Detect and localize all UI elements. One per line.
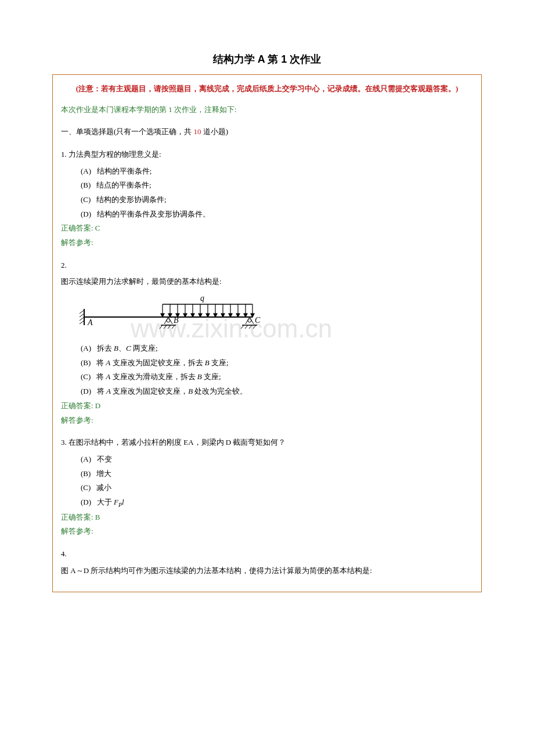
q2-diagram: www.zixin.com.cn q: [67, 294, 473, 337]
section-post: 道小题): [201, 127, 229, 136]
q2a-mid: 、: [118, 344, 126, 352]
math-formula: FPl: [114, 498, 124, 506]
svg-line-39: [168, 325, 171, 329]
q2c-mid: 支座改为滑动支座，拆去: [110, 372, 197, 381]
svg-line-38: [164, 325, 167, 329]
q2-num: 2.: [61, 258, 473, 273]
q1-option-c: (C) 结构的变形协调条件;: [61, 193, 473, 207]
q1-num: 1.: [61, 150, 67, 159]
q2-option-d: (D) 将 A 支座改为固定铰支座，B 处改为完全铰。: [61, 384, 473, 399]
load-label-q: q: [200, 294, 204, 303]
q3d-pre: (D) 大于: [81, 498, 114, 506]
q2c-post: 支座;: [202, 372, 221, 381]
section-heading: 一、单项选择题(只有一个选项正确，共 10 道小题): [61, 125, 473, 139]
spacer: [61, 427, 473, 435]
q1-text: 力法典型方程的物理意义是:: [68, 150, 161, 159]
page: 结构力学 A 第 1 次作业 (注意：若有主观题目，请按照题目，离线完成，完成后…: [0, 0, 534, 627]
question-count: 10: [194, 127, 201, 136]
support-label-c: C: [255, 316, 261, 325]
svg-line-47: [249, 325, 252, 329]
q3-answer: 正确答案: B: [61, 510, 473, 525]
q1-option-a: (A) 结构的平衡条件;: [61, 164, 473, 179]
q3-reference: 解答参考:: [61, 524, 473, 539]
math-l: l: [122, 498, 124, 506]
svg-line-40: [172, 325, 175, 329]
q1-option-d: (D) 结构的平衡条件及变形协调条件。: [61, 207, 473, 222]
svg-line-43: [250, 317, 254, 324]
q2d-mid: 支座改为固定铰支座，: [111, 387, 188, 395]
svg-line-46: [245, 325, 248, 329]
q2c-pre: (C) 将: [81, 372, 106, 381]
svg-line-32: [80, 321, 84, 324]
q3-option-c: (C) 减小: [61, 481, 473, 495]
q2-option-c: (C) 将 A 支座改为滑动支座，拆去 B 支座;: [61, 370, 473, 384]
q2d-post: 处改为完全铰。: [193, 387, 247, 395]
support-label-a: A: [87, 318, 93, 327]
svg-line-42: [246, 317, 250, 324]
q3-option-d: (D) 大于 FPl: [61, 495, 473, 510]
q2b-b: B: [205, 358, 210, 367]
q2b-mid: 支座改为固定铰支座，拆去: [110, 358, 205, 367]
notice-text: (注意：若有主观题目，请按照题目，离线完成，完成后纸质上交学习中心，记录成绩。在…: [61, 83, 473, 95]
q2b-post: 支座;: [210, 358, 229, 367]
q3-text: 在图示结构中，若减小拉杆的刚度 EA，则梁内 D 截面弯矩如何？: [68, 438, 286, 447]
intro-text: 本次作业是本门课程本学期的第 1 次作业，注释如下:: [61, 103, 473, 117]
q2d-pre: (D) 将: [81, 387, 106, 395]
svg-line-31: [80, 317, 84, 321]
svg-line-34: [164, 317, 168, 324]
math-F: F: [114, 498, 118, 506]
document-title: 结构力学 A 第 1 次作业: [52, 52, 482, 66]
q2d-a: A: [106, 387, 111, 395]
q1-option-b: (B) 结点的平衡条件;: [61, 178, 473, 193]
support-label-b: B: [174, 316, 179, 325]
q2d-b: B: [188, 387, 193, 395]
svg-line-29: [80, 310, 84, 314]
q2b-pre: (B) 将: [81, 358, 106, 367]
q3-option-b: (B) 增大: [61, 467, 473, 481]
section-pre: 一、单项选择题(只有一个选项正确，共: [61, 127, 194, 136]
q2a-b: B: [114, 344, 118, 352]
q1-stem: 1. 力法典型方程的物理意义是:: [61, 147, 473, 162]
svg-line-48: [253, 325, 256, 329]
q3-option-a: (A) 不变: [61, 452, 473, 467]
content-box: (注意：若有主观题目，请按照题目，离线完成，完成后纸质上交学习中心，记录成绩。在…: [52, 74, 482, 592]
svg-line-35: [168, 317, 172, 324]
q2-option-b: (B) 将 A 支座改为固定铰支座，拆去 B 支座;: [61, 356, 473, 370]
svg-line-37: [160, 325, 163, 329]
spacer: [61, 250, 473, 258]
q2a-pre: (A) 拆去: [81, 344, 114, 352]
svg-line-30: [80, 314, 84, 317]
q4-stem: 图 A～D 所示结构均可作为图示连续梁的力法基本结构，使得力法计算最为简便的基本…: [61, 564, 473, 578]
q1-reference: 解答参考:: [61, 236, 473, 250]
q2-reference: 解答参考:: [61, 413, 473, 428]
spacer: [61, 539, 473, 547]
q2c-b: B: [197, 372, 202, 381]
q3-stem: 3. 在图示结构中，若减小拉杆的刚度 EA，则梁内 D 截面弯矩如何？: [61, 435, 473, 450]
q2-answer: 正确答案: D: [61, 399, 473, 413]
q2-stem: 图示连续梁用力法求解时，最简便的基本结构是:: [61, 275, 473, 289]
q1-answer: 正确答案: C: [61, 221, 473, 236]
q4-num: 4.: [61, 547, 473, 561]
beam-diagram-svg: q: [67, 294, 264, 337]
q3-num: 3.: [61, 438, 67, 447]
svg-line-45: [241, 325, 244, 329]
